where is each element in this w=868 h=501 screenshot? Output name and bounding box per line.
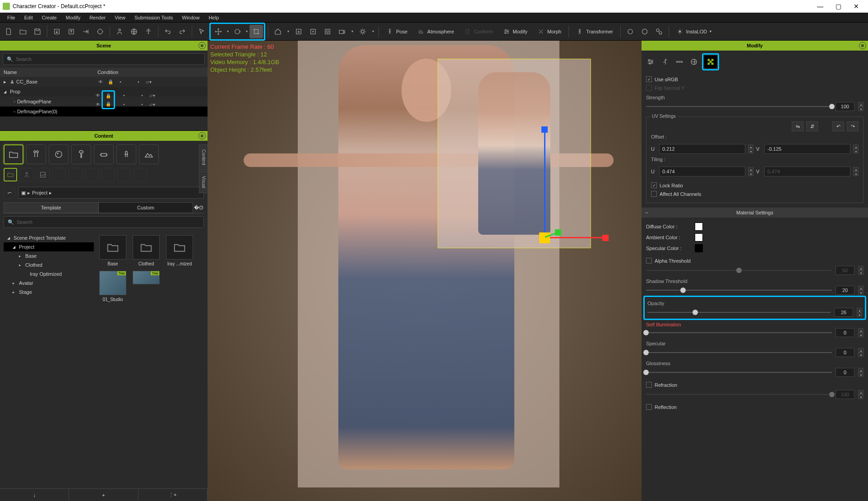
offset-u-spinner[interactable]: ▴▾: [748, 144, 753, 153]
lock-icon[interactable]: 🔒: [104, 92, 113, 99]
scale-tool-icon[interactable]: [249, 25, 263, 38]
globe-icon[interactable]: [127, 25, 141, 38]
maximize-button[interactable]: ▢: [829, 0, 847, 13]
frame-plus-icon[interactable]: [306, 25, 320, 38]
diffuse-swatch[interactable]: [695, 223, 703, 231]
side-tab-visual[interactable]: Visual: [199, 171, 208, 193]
gizmo-x-handle[interactable]: [602, 235, 609, 241]
refraction-checkbox[interactable]: Refraction: [646, 380, 863, 389]
close-button[interactable]: ✕: [847, 0, 865, 13]
tiling-u-spinner[interactable]: ▴▾: [748, 167, 753, 176]
smallbar-empty6[interactable]: [134, 168, 147, 181]
modify-button[interactable]: Modify: [499, 28, 532, 35]
modify-tab-sliders-icon[interactable]: [644, 56, 657, 68]
menu-render[interactable]: Render: [85, 14, 110, 21]
viewport[interactable]: Current Frame Rate : 60 Selected Triangl…: [208, 41, 642, 501]
use-srgb-checkbox[interactable]: Use sRGB: [646, 75, 863, 84]
tree-item[interactable]: ▸Base: [4, 251, 94, 260]
modify-tab-motion-icon[interactable]: [659, 56, 671, 68]
visibility-icon[interactable]: 👁: [97, 79, 104, 85]
uv-rotate-cw-icon[interactable]: ↷: [847, 121, 859, 131]
shadow-threshold-slider[interactable]: [646, 290, 832, 291]
opacity-value[interactable]: [834, 308, 853, 317]
import-icon[interactable]: [50, 25, 64, 38]
self-illum-value[interactable]: [836, 328, 854, 337]
smallbar-person-icon[interactable]: [20, 168, 33, 181]
dot2-icon[interactable]: •: [135, 79, 142, 85]
modify-close-icon[interactable]: ⊗: [859, 42, 866, 49]
tree-item[interactable]: ◢Scene Project Template: [4, 233, 94, 242]
menu-view[interactable]: View: [110, 14, 130, 21]
scene-search-input[interactable]: 🔍 Search: [3, 53, 205, 65]
scene-row-ccbase[interactable]: ▸♟CC_Base 👁 🔒 • • ▱▾: [0, 77, 208, 87]
camera-drop[interactable]: ▾: [350, 25, 355, 38]
move-tool-icon[interactable]: [212, 25, 225, 38]
lock-icon[interactable]: 🔒: [104, 100, 113, 107]
minimize-button[interactable]: —: [811, 0, 829, 13]
scene-close-icon[interactable]: ⊗: [199, 42, 206, 49]
specular-color-row[interactable]: Specular Color :: [646, 243, 863, 254]
uv-flip-h-icon[interactable]: ⇋: [792, 121, 803, 131]
self-illum-spinner[interactable]: ▴▾: [858, 328, 863, 337]
tpose-icon[interactable]: [142, 25, 155, 38]
content-cat-hair-icon[interactable]: [116, 144, 136, 164]
breadcrumb-back-icon[interactable]: ⤺: [4, 187, 15, 199]
redo-icon[interactable]: [175, 25, 189, 38]
select-arrow-icon[interactable]: [195, 25, 208, 38]
camera-icon[interactable]: [335, 25, 349, 38]
ambient-swatch[interactable]: [695, 233, 703, 241]
specular-slider[interactable]: [646, 352, 832, 353]
side-tab-content[interactable]: Content: [199, 144, 208, 170]
menu-modify[interactable]: Modify: [61, 14, 85, 21]
tree-item[interactable]: ▸Avatar: [4, 278, 94, 288]
more-icon[interactable]: ▱▾: [145, 79, 152, 85]
grid-item-clothed[interactable]: Clothed: [132, 235, 161, 266]
smallbar-folder-icon[interactable]: [4, 168, 17, 181]
glossiness-spinner[interactable]: ▴▾: [858, 368, 863, 377]
light-drop[interactable]: ▾: [370, 25, 376, 38]
smallbar-empty2[interactable]: [69, 168, 82, 181]
move-tool-drop[interactable]: ▾: [225, 25, 231, 38]
glossiness-slider[interactable]: [646, 372, 832, 373]
specular-value[interactable]: [836, 348, 854, 357]
grid-item-iray[interactable]: Iray ...mized: [165, 235, 194, 266]
bottombar-plus-icon[interactable]: +: [69, 489, 138, 501]
person-icon[interactable]: [113, 25, 126, 38]
shadow-spinner[interactable]: ▴▾: [858, 286, 863, 295]
gizmo-center-handle[interactable]: [539, 232, 550, 243]
opacity-spinner[interactable]: ▴▾: [857, 308, 862, 317]
smallbar-empty4[interactable]: [101, 168, 115, 181]
primitive3-icon[interactable]: [652, 25, 666, 38]
tab-custom[interactable]: Custom: [98, 202, 193, 213]
content-cat-body-icon[interactable]: [26, 144, 46, 164]
morph-button[interactable]: Morph: [533, 28, 566, 35]
grid-item-01-studio[interactable]: Trial 01_Studio: [98, 271, 127, 302]
tiling-u-input[interactable]: [659, 167, 745, 176]
visibility-icon[interactable]: 👁: [95, 101, 101, 107]
menu-edit[interactable]: Edit: [20, 14, 37, 21]
uv-flip-v-icon[interactable]: ⇵: [806, 121, 818, 131]
material-settings-header[interactable]: − Material Settings: [642, 208, 868, 218]
specular-spinner[interactable]: ▴▾: [858, 348, 863, 357]
rotate-tool-icon[interactable]: [231, 25, 244, 38]
tree-item[interactable]: ▸Clothed: [4, 260, 94, 269]
self-illum-slider[interactable]: [646, 332, 832, 333]
export-arrow-icon[interactable]: [79, 25, 92, 38]
strength-value[interactable]: [836, 102, 854, 111]
uv-rotate-ccw-icon[interactable]: ↶: [832, 121, 844, 131]
alpha-threshold-checkbox[interactable]: Alpha Threshold: [646, 256, 863, 265]
lock-ratio-checkbox[interactable]: Lock Ratio: [651, 181, 859, 190]
transform-gizmo[interactable]: [519, 126, 609, 248]
tree-item[interactable]: ◢Project: [4, 242, 94, 251]
glossiness-value[interactable]: [836, 368, 854, 377]
smallbar-empty3[interactable]: [85, 168, 98, 181]
menu-window[interactable]: Window: [177, 14, 204, 21]
shadow-threshold-value[interactable]: [836, 286, 854, 295]
atmosphere-button[interactable]: Atmosphere: [413, 28, 458, 35]
home-drop[interactable]: ▾: [286, 25, 291, 38]
content-cat-folder-icon[interactable]: [4, 144, 23, 164]
menu-help[interactable]: Help: [204, 14, 223, 21]
pose-button[interactable]: Pose: [382, 28, 412, 35]
content-cat-scene-icon[interactable]: [139, 144, 159, 164]
content-search-input[interactable]: 🔍 Search: [4, 216, 204, 228]
